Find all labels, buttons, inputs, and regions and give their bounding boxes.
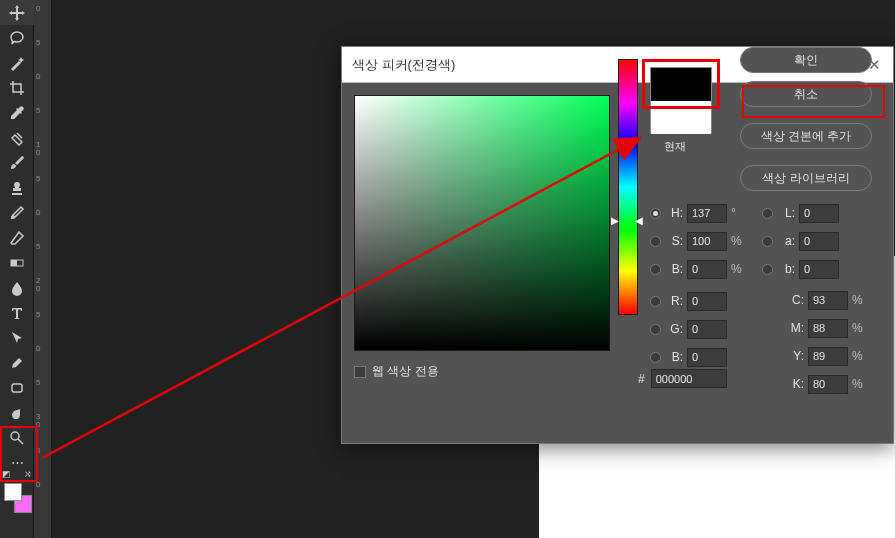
l-radio[interactable] [762,208,773,219]
svg-point-0 [11,215,15,219]
cmyk-fields: C: % M: % Y: % K: % [786,286,866,398]
crop-tool[interactable] [0,75,34,100]
b-hsb-label: B: [665,262,683,276]
color-swatches[interactable]: ◩ ⤭ [0,481,34,529]
ok-button[interactable]: 확인 [740,47,872,73]
m-input[interactable] [808,319,848,338]
g-radio[interactable] [650,324,661,335]
brush-tool[interactable] [0,150,34,175]
y-label: Y: [786,349,804,363]
a-radio[interactable] [762,236,773,247]
swap-colors-icon[interactable]: ⤭ [24,469,32,479]
s-input[interactable] [687,232,727,251]
hex-row: # [638,369,727,388]
a-label: a: [777,234,795,248]
h-radio[interactable] [650,208,661,219]
foreground-swatch[interactable] [4,483,22,501]
saturation-value-field[interactable] [354,95,610,351]
pen-tool[interactable] [0,350,34,375]
hex-input[interactable] [651,369,727,388]
default-colors-icon[interactable]: ◩ [2,469,11,479]
color-libraries-button[interactable]: 색상 라이브러리 [740,165,872,191]
k-label: K: [786,377,804,391]
b-hsb-input[interactable] [687,260,727,279]
b-lab-label: b: [777,262,795,276]
s-radio[interactable] [650,236,661,247]
cancel-button[interactable]: 취소 [740,81,872,107]
h-label: H: [665,206,683,220]
y-unit: % [852,349,866,363]
hue-slider-thumb[interactable]: ▶◀ [611,215,643,225]
h-unit: ° [731,206,745,220]
web-colors-label: 웹 색상 전용 [372,363,439,380]
dialog-title-text: 색상 피커(전경색) [352,56,455,74]
b-lab-radio[interactable] [762,264,773,275]
gradient-tool[interactable] [0,250,34,275]
h-input[interactable] [687,204,727,223]
m-unit: % [852,321,866,335]
b-hsb-radio[interactable] [650,264,661,275]
b-rgb-radio[interactable] [650,352,661,363]
b-lab-input[interactable] [799,260,839,279]
b-rgb-label: B: [665,350,683,364]
svg-rect-2 [11,260,17,266]
color-preview [650,67,712,133]
color-picker-dialog: 색상 피커(전경색) ✕ 새 웹 색상 전용 ▶◀ 현재 확인 취소 색상 견본… [341,46,894,444]
eyedropper-tool[interactable] [0,100,34,125]
r-label: R: [665,294,683,308]
current-color-swatch[interactable] [651,101,711,134]
type-tool[interactable] [0,300,34,325]
zoom-tool[interactable] [0,425,34,450]
svg-rect-3 [12,384,22,392]
history-brush-tool[interactable] [0,200,34,225]
wand-tool[interactable] [0,50,34,75]
l-label: L: [777,206,795,220]
g-input[interactable] [687,320,727,339]
move-tool[interactable] [0,0,34,25]
y-input[interactable] [808,347,848,366]
c-label: C: [786,293,804,307]
vertical-ruler: 0 5 0 5 1 0 5 0 5 2 0 5 0 5 3 0 5 0 [34,0,52,538]
b-hsb-unit: % [731,262,745,276]
hue-slider[interactable] [618,59,638,315]
r-input[interactable] [687,292,727,311]
blur-tool[interactable] [0,275,34,300]
hand-tool[interactable] [0,400,34,425]
healing-tool[interactable] [0,125,34,150]
g-label: G: [665,322,683,336]
r-radio[interactable] [650,296,661,307]
b-rgb-input[interactable] [687,348,727,367]
path-tool[interactable] [0,325,34,350]
hex-label: # [638,372,645,386]
web-colors-checkbox[interactable] [354,366,366,378]
l-input[interactable] [799,204,839,223]
s-label: S: [665,234,683,248]
stamp-tool[interactable] [0,175,34,200]
s-unit: % [731,234,745,248]
k-input[interactable] [808,375,848,394]
add-swatch-button[interactable]: 색상 견본에 추가 [740,123,872,149]
c-input[interactable] [808,291,848,310]
tools-panel: ⋯ ◩ ⤭ [0,0,34,538]
lasso-tool[interactable] [0,25,34,50]
c-unit: % [852,293,866,307]
m-label: M: [786,321,804,335]
shape-tool[interactable] [0,375,34,400]
svg-point-4 [11,432,19,440]
eraser-tool[interactable] [0,225,34,250]
a-input[interactable] [799,232,839,251]
current-color-label: 현재 [664,139,686,154]
k-unit: % [852,377,866,391]
new-color-swatch[interactable] [651,68,711,101]
